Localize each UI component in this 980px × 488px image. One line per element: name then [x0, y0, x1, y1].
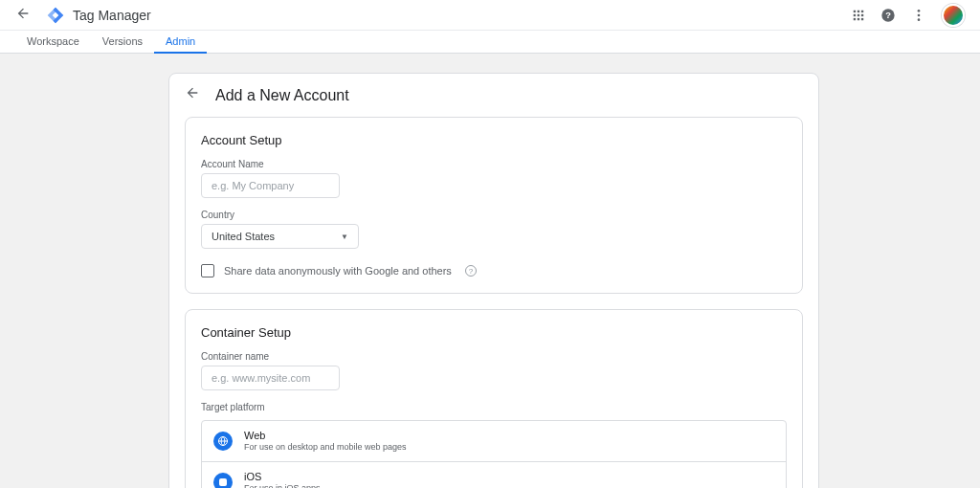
page-title: Add a New Account — [215, 87, 349, 104]
country-label: Country — [201, 210, 787, 220]
share-data-checkbox[interactable] — [201, 264, 214, 277]
avatar[interactable] — [942, 4, 965, 27]
svg-rect-5 — [861, 13, 863, 15]
share-data-help-icon[interactable]: ? — [465, 265, 477, 277]
svg-rect-1 — [858, 10, 859, 11]
logo[interactable]: Tag Manager — [46, 6, 151, 25]
platform-web[interactable]: Web For use on desktop and mobile web pa… — [201, 420, 787, 462]
account-setup-title: Account Setup — [201, 133, 787, 147]
header-actions: ? — [852, 4, 965, 27]
svg-rect-7 — [858, 17, 859, 19]
web-icon — [213, 432, 233, 451]
apps-icon[interactable] — [852, 9, 865, 22]
platform-desc: For use in iOS apps — [244, 483, 321, 488]
country-select[interactable]: United States ▼ — [201, 224, 359, 249]
container-setup-card: Container Setup Container name Target pl… — [185, 309, 803, 488]
main-panel: Add a New Account Account Setup Account … — [168, 73, 819, 488]
more-icon[interactable] — [911, 8, 926, 23]
target-platform-label: Target platform — [201, 402, 787, 412]
account-name-input[interactable] — [201, 173, 340, 198]
tab-workspace[interactable]: Workspace — [15, 31, 91, 54]
svg-rect-15 — [219, 478, 227, 486]
app-header: Tag Manager ? — [0, 0, 980, 31]
tag-manager-icon — [46, 6, 65, 25]
chevron-down-icon: ▼ — [341, 233, 348, 241]
container-name-input[interactable] — [201, 366, 340, 390]
svg-rect-2 — [861, 10, 863, 11]
svg-point-11 — [918, 10, 921, 12]
panel-back-icon[interactable] — [185, 85, 200, 105]
svg-rect-6 — [854, 17, 856, 19]
share-data-label: Share data anonymously with Google and o… — [224, 265, 452, 277]
account-setup-card: Account Setup Account Name Country Unite… — [185, 117, 803, 294]
ios-icon — [213, 473, 233, 488]
tab-admin[interactable]: Admin — [154, 31, 207, 54]
svg-rect-8 — [861, 17, 863, 19]
panel-header: Add a New Account — [169, 74, 818, 117]
svg-rect-4 — [858, 13, 859, 15]
svg-point-13 — [918, 18, 921, 21]
svg-point-12 — [918, 13, 921, 16]
platform-name: Web — [244, 429, 407, 442]
svg-rect-3 — [854, 13, 856, 15]
tab-versions[interactable]: Versions — [91, 31, 154, 54]
svg-rect-0 — [854, 10, 856, 11]
platform-ios[interactable]: iOS For use in iOS apps — [201, 461, 787, 488]
help-icon[interactable]: ? — [880, 8, 896, 23]
container-setup-title: Container Setup — [201, 325, 787, 340]
platform-desc: For use on desktop and mobile web pages — [244, 442, 407, 454]
container-name-label: Container name — [201, 351, 787, 362]
country-value: United States — [212, 231, 275, 242]
share-data-row: Share data anonymously with Google and o… — [201, 264, 787, 277]
back-arrow-icon[interactable] — [15, 0, 38, 30]
app-name: Tag Manager — [73, 8, 151, 23]
nav-tabs: Workspace Versions Admin — [0, 31, 980, 54]
platform-list: Web For use on desktop and mobile web pa… — [201, 420, 787, 488]
account-name-label: Account Name — [201, 159, 787, 169]
svg-text:?: ? — [885, 11, 891, 20]
platform-name: iOS — [244, 470, 321, 483]
